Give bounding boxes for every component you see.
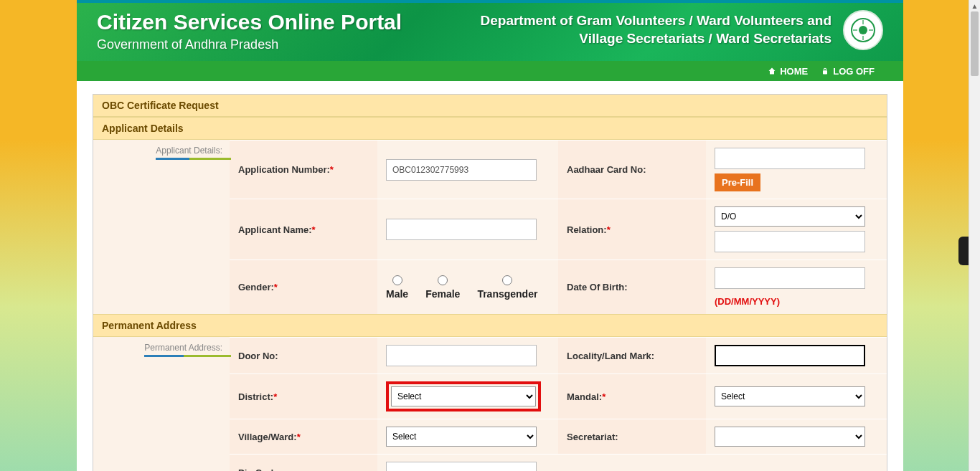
permaddr-fields: Door No: Locality/Land Mark: District:* bbox=[230, 337, 887, 471]
applicant-tab-label: Applicant Details: bbox=[156, 146, 222, 160]
aadhaar-label: Aadhaar Card No: bbox=[558, 141, 706, 199]
relation-select[interactable]: D/O bbox=[715, 206, 865, 227]
village-label: Village/Ward:* bbox=[230, 419, 377, 454]
state-emblem-icon bbox=[843, 10, 883, 50]
locality-label: Locality/Land Mark: bbox=[558, 338, 706, 374]
department-line2: Village Secretariats / Ward Secretariats bbox=[480, 30, 831, 48]
applicant-section-title: Applicant Details bbox=[93, 117, 887, 140]
applicant-tab-col: Applicant Details: bbox=[93, 140, 230, 314]
app-number-label: Application Number:* bbox=[230, 141, 377, 199]
page-wrapper: Citizen Services Online Portal Governmen… bbox=[77, 0, 903, 471]
mandal-select[interactable]: Select bbox=[715, 386, 865, 406]
vertical-scrollbar[interactable]: ▲ bbox=[969, 0, 980, 471]
content-area: OBC Certificate Request Applicant Detail… bbox=[77, 81, 903, 471]
permaddr-tab-label: Permanent Address: bbox=[144, 343, 222, 357]
gender-label: Gender:* bbox=[230, 260, 377, 314]
nav-logoff[interactable]: LOG OFF bbox=[821, 66, 875, 77]
svg-point-1 bbox=[859, 26, 867, 34]
aadhaar-input[interactable] bbox=[715, 148, 865, 169]
gender-radio-group: Male Female Transgender bbox=[386, 275, 537, 300]
nav-home[interactable]: HOME bbox=[768, 66, 808, 77]
prefill-button[interactable]: Pre-Fill bbox=[715, 173, 760, 191]
nav-home-label: HOME bbox=[780, 66, 808, 77]
pincode-input[interactable] bbox=[386, 462, 537, 471]
district-label: District:* bbox=[230, 374, 377, 419]
secretariat-select[interactable] bbox=[715, 427, 865, 447]
portal-subtitle: Government of Andhra Pradesh bbox=[97, 37, 402, 52]
name-label: Applicant Name:* bbox=[230, 199, 377, 260]
app-number-input[interactable] bbox=[386, 159, 537, 181]
header-right: Department of Gram Volunteers / Ward Vol… bbox=[480, 10, 883, 50]
relation-name-input[interactable] bbox=[715, 231, 865, 252]
home-icon bbox=[768, 67, 776, 75]
department-line1: Department of Gram Volunteers / Ward Vol… bbox=[480, 12, 831, 30]
portal-title: Citizen Services Online Portal bbox=[97, 10, 402, 34]
gender-male[interactable]: Male bbox=[386, 275, 408, 300]
header-left: Citizen Services Online Portal Governmen… bbox=[97, 10, 402, 52]
scroll-up-arrow-icon[interactable]: ▲ bbox=[969, 0, 980, 11]
header-banner: Citizen Services Online Portal Governmen… bbox=[77, 3, 903, 61]
permaddr-section-title: Permanent Address bbox=[93, 314, 887, 337]
mandal-label: Mandal:* bbox=[558, 374, 706, 419]
dob-input[interactable] bbox=[715, 267, 865, 289]
dob-hint: (DD/MM/YYYY) bbox=[715, 296, 878, 307]
applicant-fields: Application Number:* Aadhaar Card No: Pr… bbox=[230, 140, 887, 314]
secretariat-label: Secretariat: bbox=[558, 419, 706, 454]
svg-rect-6 bbox=[823, 70, 827, 74]
permaddr-section-body: Permanent Address: Door No: Locality/Lan… bbox=[93, 337, 887, 471]
door-input[interactable] bbox=[386, 345, 537, 366]
district-highlight: Select bbox=[386, 381, 541, 411]
form-container: OBC Certificate Request Applicant Detail… bbox=[93, 94, 887, 471]
page-title: OBC Certificate Request bbox=[93, 95, 887, 117]
side-tab-icon[interactable] bbox=[958, 237, 969, 265]
door-label: Door No: bbox=[230, 338, 377, 374]
lock-icon bbox=[821, 67, 829, 75]
nav-bar: HOME LOG OFF bbox=[77, 61, 903, 81]
gender-transgender[interactable]: Transgender bbox=[477, 275, 537, 300]
name-input[interactable] bbox=[386, 219, 537, 240]
village-select[interactable]: Select bbox=[386, 427, 537, 447]
scroll-thumb[interactable] bbox=[971, 11, 979, 76]
locality-input[interactable] bbox=[715, 345, 865, 366]
permaddr-tab-col: Permanent Address: bbox=[93, 337, 230, 471]
dob-label: Date Of Birth: bbox=[558, 260, 706, 314]
pincode-label: Pin Code: bbox=[230, 455, 377, 471]
department-text: Department of Gram Volunteers / Ward Vol… bbox=[480, 12, 831, 47]
relation-label: Relation:* bbox=[558, 199, 706, 260]
district-select[interactable]: Select bbox=[391, 386, 536, 406]
gender-female[interactable]: Female bbox=[425, 275, 460, 300]
nav-logoff-label: LOG OFF bbox=[833, 66, 875, 77]
applicant-section-body: Applicant Details: Application Number:* … bbox=[93, 140, 887, 314]
